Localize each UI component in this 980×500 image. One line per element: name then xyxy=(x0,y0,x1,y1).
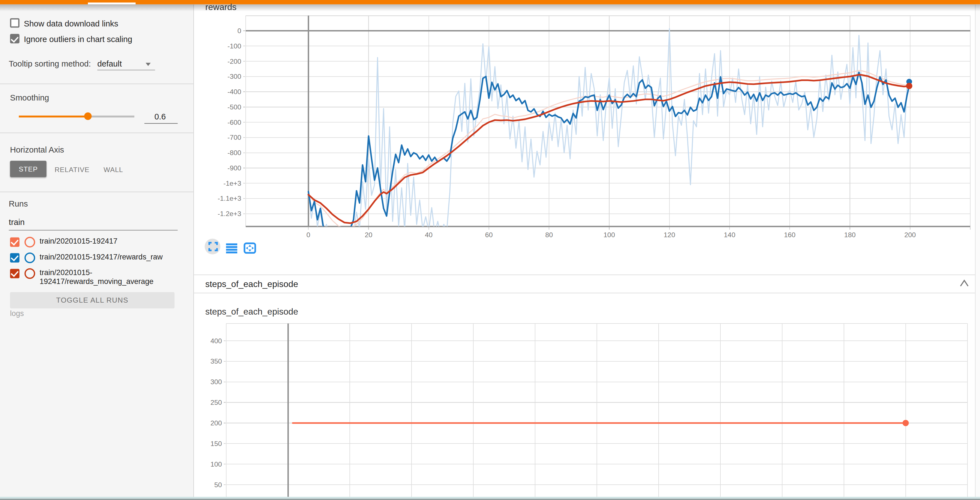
horizontal-axis-label: Horizontal Axis xyxy=(10,145,64,154)
svg-text:-800: -800 xyxy=(228,149,241,156)
svg-text:0: 0 xyxy=(306,231,310,239)
svg-text:0: 0 xyxy=(237,27,241,35)
svg-text:200: 200 xyxy=(210,419,222,427)
run-label: train/20201015-192417/rewards_raw xyxy=(40,252,180,261)
svg-text:-400: -400 xyxy=(228,88,241,96)
svg-text:150: 150 xyxy=(210,440,222,447)
smoothing-slider-fill xyxy=(19,116,88,117)
svg-text:100: 100 xyxy=(210,460,222,468)
divider xyxy=(0,132,194,133)
svg-text:20: 20 xyxy=(365,231,372,239)
axis-wall-button[interactable]: WALL xyxy=(103,166,123,173)
run-radio[interactable] xyxy=(24,236,35,247)
chevron-down-icon[interactable] xyxy=(146,63,151,66)
svg-text:300: 300 xyxy=(210,378,222,385)
svg-text:80: 80 xyxy=(545,231,553,239)
show-download-label: Show data download links xyxy=(24,19,118,28)
svg-text:40: 40 xyxy=(425,231,433,239)
svg-text:-600: -600 xyxy=(228,119,241,126)
run-checkbox[interactable] xyxy=(10,237,19,247)
show-download-checkbox[interactable] xyxy=(10,18,19,27)
svg-text:350: 350 xyxy=(210,357,222,365)
run-radio[interactable] xyxy=(24,268,35,279)
svg-text:-1e+3: -1e+3 xyxy=(223,180,241,187)
run-checkbox[interactable] xyxy=(10,269,19,278)
fullscreen-icon[interactable] xyxy=(208,242,218,252)
svg-text:-900: -900 xyxy=(228,164,241,172)
svg-text:180: 180 xyxy=(844,231,856,239)
tooltip-sorting-label: Tooltip sorting method: xyxy=(9,59,91,68)
svg-text:-500: -500 xyxy=(228,103,241,111)
svg-text:-100: -100 xyxy=(228,42,241,50)
runs-filter-underline xyxy=(9,230,178,230)
svg-text:400: 400 xyxy=(210,337,222,345)
run-checkbox[interactable] xyxy=(10,253,19,262)
svg-text:-700: -700 xyxy=(228,134,241,141)
svg-text:250: 250 xyxy=(210,399,222,406)
svg-text:140: 140 xyxy=(724,231,735,239)
divider xyxy=(0,83,194,84)
smoothing-label: Smoothing xyxy=(10,93,49,102)
ignore-outliers-label: Ignore outliers in chart scaling xyxy=(24,34,132,44)
smoothing-slider-track[interactable] xyxy=(88,116,134,117)
fit-domain-icon[interactable] xyxy=(243,242,256,254)
chevron-up-icon[interactable] xyxy=(959,279,969,287)
svg-text:-300: -300 xyxy=(228,73,241,80)
steps-chart[interactable]: 40035030025020015010050 xyxy=(194,293,980,497)
svg-text:60: 60 xyxy=(485,231,493,239)
smoothing-value-underline xyxy=(145,123,178,123)
tensorboard-page: Show data download links Ignore outliers… xyxy=(0,0,980,500)
run-label: train/20201015-192417/rewards_moving_ave… xyxy=(40,268,180,286)
svg-text:-1.1e+3: -1.1e+3 xyxy=(218,194,241,202)
svg-text:120: 120 xyxy=(663,231,675,239)
svg-text:100: 100 xyxy=(603,231,615,239)
ignore-outliers-checkbox[interactable] xyxy=(10,34,19,43)
rewards-chart[interactable]: 0-100-200-300-400-500-600-700-800-900-1e… xyxy=(194,0,980,274)
svg-text:160: 160 xyxy=(784,231,795,239)
svg-text:-200: -200 xyxy=(228,57,241,65)
run-label: train/20201015-192417 xyxy=(40,236,180,245)
toggle-all-runs-button[interactable]: TOGGLE ALL RUNS xyxy=(10,292,175,309)
bottom-edge-line xyxy=(0,497,980,498)
svg-text:50: 50 xyxy=(214,481,222,489)
runs-filter-input[interactable]: train xyxy=(9,217,25,227)
svg-text:-1.2e+3: -1.2e+3 xyxy=(218,210,241,217)
scrollbar[interactable] xyxy=(975,4,980,497)
sidebar: Show data download links Ignore outliers… xyxy=(0,4,194,500)
data-table-icon[interactable] xyxy=(226,243,237,253)
run-radio[interactable] xyxy=(24,252,35,263)
section-header-title: steps_of_each_episode xyxy=(205,279,298,289)
dropdown-underline xyxy=(97,69,155,70)
axis-step-button[interactable]: STEP xyxy=(10,161,46,177)
smoothing-value[interactable]: 0.6 xyxy=(154,111,166,121)
smoothing-slider-knob[interactable] xyxy=(84,113,92,120)
logs-label: logs xyxy=(10,309,24,318)
section-divider xyxy=(194,274,980,275)
rewards-chart-title: rewards xyxy=(205,2,237,12)
window-edge xyxy=(0,498,980,500)
divider xyxy=(0,191,194,192)
svg-text:200: 200 xyxy=(904,231,916,239)
axis-relative-button[interactable]: RELATIVE xyxy=(54,166,89,173)
tooltip-sorting-dropdown[interactable]: default xyxy=(97,59,122,68)
runs-label: Runs xyxy=(9,199,28,208)
